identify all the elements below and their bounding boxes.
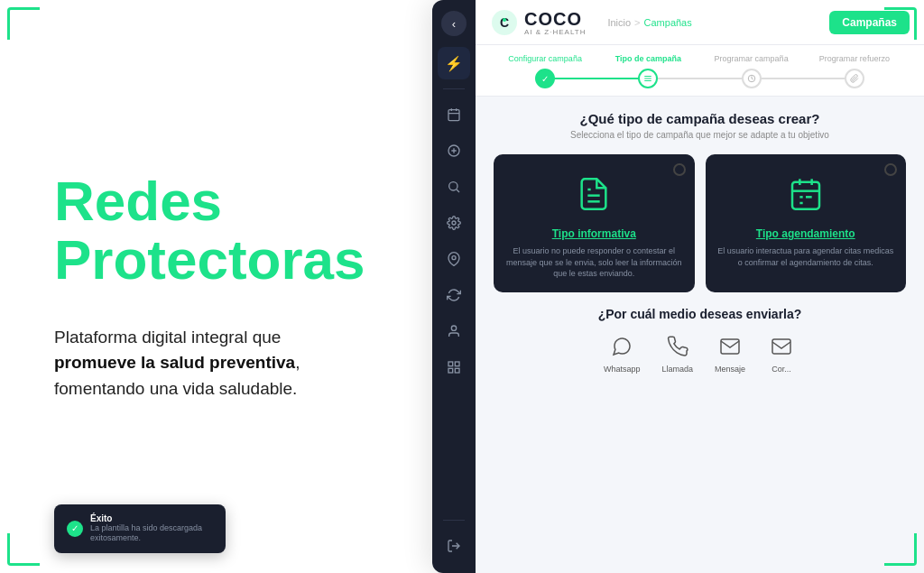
toast-desc: La plantilla ha sido descargada exitosam… — [90, 523, 213, 544]
card-desc-informativa: El usuario no puede responder o contesta… — [504, 245, 684, 280]
step-3-line — [752, 78, 855, 79]
section-title: ¿Qué tipo de campaña deseas crear? — [494, 111, 906, 126]
description: Plataforma digital integral que promueve… — [54, 325, 361, 402]
medio-correo[interactable]: Cor... — [767, 332, 796, 374]
step-1-line — [545, 78, 648, 79]
svg-rect-0 — [448, 110, 459, 121]
sidebar-item-chart[interactable] — [438, 351, 470, 384]
svg-rect-15 — [448, 368, 453, 373]
sidebar-item-user[interactable] — [438, 315, 470, 347]
mensaje-icon — [716, 332, 744, 361]
svg-rect-14 — [455, 368, 459, 373]
svg-rect-33 — [772, 339, 790, 354]
sidebar-item-bolt[interactable]: ⚡ — [438, 47, 470, 79]
card-title-informativa: Tipo informativa — [552, 227, 636, 240]
cards-row: Tipo informativa El usuario no puede res… — [494, 154, 906, 292]
sidebar-item-refresh[interactable] — [438, 279, 470, 311]
corner-bl — [7, 533, 40, 566]
main-content: C COCO AI & Z·HEALTH Inicio > Campañas C… — [476, 0, 924, 573]
step-2-circle[interactable] — [638, 69, 658, 88]
svg-point-10 — [452, 256, 456, 260]
medio-llamada[interactable]: Llamada — [661, 332, 693, 374]
sidebar-item-search[interactable] — [438, 171, 470, 203]
llamada-label: Llamada — [661, 365, 693, 374]
sidebar-item-settings[interactable] — [438, 207, 470, 239]
step-1-label: Configurar campaña — [508, 54, 582, 63]
corner-br — [884, 533, 917, 566]
whatsapp-label: Whatsapp — [604, 365, 641, 374]
sidebar-divider-1 — [443, 88, 465, 89]
logo-text: COCO — [524, 9, 586, 30]
inner-content: ¿Qué tipo de campaña deseas crear? Selec… — [476, 97, 924, 573]
mensaje-label: Mensaje — [715, 365, 745, 374]
medio-icons-row: Whatsapp Llamada — [494, 332, 906, 374]
svg-rect-13 — [455, 362, 459, 366]
step-2-line — [648, 78, 751, 79]
step-1: Configurar campaña ✓ — [494, 54, 596, 96]
title-line1: Redes — [54, 170, 222, 232]
svg-point-7 — [449, 182, 457, 190]
left-section: Redes Protectoras Plataforma digital int… — [36, 0, 415, 573]
topbar: C COCO AI & Z·HEALTH Inicio > Campañas C… — [476, 0, 924, 45]
logo-area: C COCO AI & Z·HEALTH — [490, 8, 586, 37]
svg-point-9 — [452, 221, 456, 225]
toast-text: Éxito La plantilla ha sido descargada ex… — [90, 513, 213, 544]
card-title-agendamiento: Tipo agendamiento — [756, 227, 855, 240]
step-3: Programar campaña — [700, 54, 803, 96]
sidebar: ‹ ⚡ — [432, 0, 476, 573]
svg-point-19 — [503, 18, 506, 22]
whatsapp-icon — [607, 332, 636, 361]
svg-text:C: C — [500, 15, 509, 30]
step-2-label: Tipo de campaña — [615, 54, 681, 63]
card-agendamiento[interactable]: Tipo agendamiento El usuario interactua … — [706, 154, 907, 292]
corner-tl — [7, 7, 40, 40]
step-3-circle[interactable] — [742, 69, 762, 88]
corner-tr — [884, 7, 917, 40]
medio-mensaje[interactable]: Mensaje — [715, 332, 745, 374]
card-icon-informativa — [576, 176, 612, 220]
step-3-label: Programar campaña — [715, 54, 789, 63]
correo-icon — [767, 332, 796, 361]
toast-check-icon: ✓ — [67, 521, 83, 537]
sidebar-divider-2 — [443, 520, 465, 521]
card-icon-agendamiento — [788, 176, 824, 220]
logo-subtitle: AI & Z·HEALTH — [524, 28, 586, 36]
sidebar-collapse-button[interactable]: ‹ — [441, 11, 467, 36]
toast-title: Éxito — [90, 513, 213, 523]
step-4: Programar refuerzo — [803, 54, 906, 96]
sidebar-item-logout[interactable] — [438, 530, 470, 562]
card-radio-2[interactable] — [884, 163, 897, 176]
svg-rect-26 — [792, 182, 819, 209]
card-informativa[interactable]: Tipo informativa El usuario no puede res… — [494, 154, 695, 292]
sidebar-item-calendar[interactable] — [438, 98, 470, 131]
breadcrumb-sep: > — [634, 17, 640, 28]
svg-rect-12 — [448, 362, 453, 366]
step-4-label: Programar refuerzo — [819, 54, 890, 63]
llamada-icon — [663, 332, 692, 361]
sidebar-bottom — [438, 514, 470, 562]
breadcrumb-inicio[interactable]: Inicio — [607, 17, 631, 28]
main-title: Redes Protectoras — [54, 171, 415, 289]
breadcrumb-active[interactable]: Campañas — [644, 17, 692, 28]
stepper: Configurar campaña ✓ Tipo de campaña Pro… — [476, 45, 924, 97]
svg-line-8 — [457, 189, 459, 192]
description-bold: promueve la salud preventiva — [54, 353, 295, 372]
card-radio-1[interactable] — [673, 163, 686, 176]
step-1-circle[interactable]: ✓ — [535, 69, 555, 88]
step-4-circle[interactable] — [845, 69, 864, 88]
toast-notification: ✓ Éxito La plantilla ha sido descargada … — [54, 504, 226, 553]
medio-title: ¿Por cuál medio deseas enviarla? — [494, 307, 906, 321]
medio-whatsapp[interactable]: Whatsapp — [604, 332, 641, 374]
section-subtitle: Selecciona el tipo de campaña que mejor … — [494, 130, 906, 140]
card-desc-agendamiento: El usuario interactua para agendar citas… — [716, 245, 896, 268]
logo-text-wrap: COCO AI & Z·HEALTH — [524, 9, 586, 36]
title-line2: Protectoras — [54, 228, 365, 291]
sidebar-item-add[interactable] — [438, 134, 470, 167]
svg-point-11 — [451, 326, 456, 330]
app-mockup: ‹ ⚡ — [432, 0, 924, 573]
breadcrumb: Inicio > Campañas — [607, 17, 818, 28]
description-plain: Plataforma digital integral que — [54, 328, 281, 347]
logo-icon: C — [490, 8, 519, 37]
step-2: Tipo de campaña — [596, 54, 699, 96]
sidebar-item-location[interactable] — [438, 243, 470, 275]
